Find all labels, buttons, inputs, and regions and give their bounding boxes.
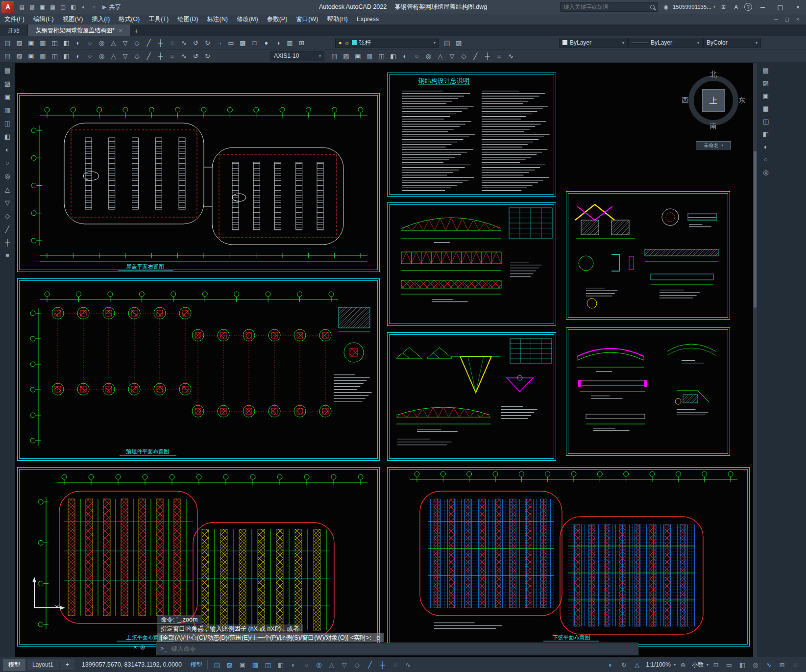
hatch-tool-icon[interactable]: ⊞ [296, 37, 307, 49]
maximize-button[interactable]: ▢ [773, 0, 787, 14]
menu-item[interactable]: 标注(N) [203, 14, 232, 25]
stretch-icon[interactable]: → [214, 37, 225, 49]
revision-cloud-icon[interactable]: ○ [1, 157, 13, 169]
lineweight-show-icon[interactable]: ○ [84, 50, 96, 62]
layer-off-icon[interactable]: ▤ [441, 37, 453, 49]
trim-icon[interactable]: ┼ [155, 37, 166, 49]
compass-south-label[interactable]: 南 [710, 122, 717, 131]
viewport-truss-elevations[interactable] [387, 202, 556, 326]
ortho-mode-icon[interactable]: ◫ [262, 659, 274, 670]
copy-object-icon[interactable]: ○ [84, 37, 96, 49]
ucs-named-icon[interactable]: ┼ [155, 50, 166, 62]
more-tools-icon[interactable]: ◎ [760, 167, 772, 178]
close-button[interactable]: × [791, 0, 805, 14]
minimize-button[interactable]: ─ [756, 0, 770, 14]
new-file-icon[interactable]: ▤ [17, 2, 26, 12]
transparency-icon[interactable]: ◎ [96, 50, 107, 62]
model-tab[interactable]: 模型 [3, 659, 25, 671]
search-icon[interactable] [650, 5, 655, 9]
doc-restore-button[interactable]: ▢ [782, 17, 791, 22]
line-icon[interactable]: ▤ [1, 65, 13, 76]
undo-icon[interactable]: ◧ [69, 2, 78, 12]
tab-close-icon[interactable]: × [119, 27, 122, 33]
account-button[interactable]: ◉ 15059991135... ▾ [661, 2, 715, 12]
text-tool-icon[interactable]: ◑ [272, 37, 284, 49]
search-input[interactable] [563, 4, 647, 10]
lock-ui-icon[interactable]: ◧ [736, 659, 748, 670]
new-tab-button[interactable]: + [130, 25, 142, 36]
compass-north-label[interactable]: 北 [710, 70, 717, 79]
spline-icon[interactable]: ◎ [1, 171, 13, 182]
dynamic-input-icon[interactable]: ◐ [73, 50, 84, 62]
polar-tracking-icon[interactable]: ▦ [37, 50, 49, 62]
gizmo-icon[interactable]: ∿ [402, 659, 414, 670]
layer-combo[interactable]: ● ☼ 弦杆 ▾ [335, 38, 439, 48]
menu-item[interactable]: 帮助(H) [322, 14, 352, 25]
snap-mode-icon[interactable]: ▨ [224, 659, 236, 670]
snap-settings-icon[interactable]: ◧ [61, 50, 72, 62]
text-icon[interactable]: ┼ [1, 237, 13, 248]
open-file-icon[interactable]: ▨ [27, 2, 37, 12]
app-logo-icon[interactable]: A [1, 1, 14, 13]
autodesk-a-icon[interactable]: A [732, 2, 741, 12]
ortho-mode-icon[interactable]: ▣ [25, 50, 37, 62]
copy-clip-icon[interactable]: ▣ [25, 37, 37, 49]
dim-break-icon[interactable]: ◎ [423, 50, 434, 62]
menu-item[interactable]: 编辑(E) [29, 14, 58, 25]
scale-icon[interactable]: ↻ [202, 37, 213, 49]
layout1-tab[interactable]: Layout1 [27, 659, 59, 670]
dynamic-ucs-icon[interactable]: ┼ [377, 659, 389, 670]
redraw-icon[interactable]: ∿ [178, 50, 190, 62]
named-views-icon[interactable]: ▽ [120, 50, 131, 62]
tab-drawing[interactable]: 某钢管桁架网球馆屋盖结构图* × [28, 25, 130, 36]
dimension-tool-icon[interactable]: ▥ [284, 37, 295, 49]
undo-small-icon[interactable]: ◫ [49, 37, 60, 49]
dim-radius-icon[interactable]: ▦ [364, 50, 375, 62]
workspace-gear-icon[interactable]: ⊛ [677, 659, 689, 670]
move-icon[interactable]: ◇ [131, 37, 143, 49]
view-name-box[interactable]: 未命名 ▾ [696, 141, 731, 149]
arc-icon[interactable]: ◧ [1, 131, 13, 142]
ucs-combo[interactable]: AXIS1-10 ▾ [270, 51, 324, 61]
3d-object-snap-icon[interactable]: ╱ [364, 659, 376, 670]
offset-icon[interactable]: △ [108, 37, 119, 49]
isometric-drafting-icon[interactable]: ◐ [288, 659, 299, 670]
save-icon[interactable]: ▣ [38, 2, 47, 12]
selection-cycling-icon[interactable]: ◇ [351, 659, 363, 670]
annotation-scale-icon[interactable]: △ [631, 659, 643, 670]
share-button[interactable]: ▶ 共享 [102, 3, 121, 11]
block-create-icon[interactable]: ≡ [493, 50, 505, 62]
chamfer-icon[interactable]: ↺ [190, 37, 201, 49]
auto-scale-icon[interactable]: ↻ [618, 659, 630, 670]
ucs-world-icon[interactable]: ╱ [143, 50, 154, 62]
dim-diameter-icon[interactable]: ◫ [376, 50, 387, 62]
units-value[interactable]: 小数 [690, 661, 705, 669]
infer-constraints-icon[interactable]: ▣ [237, 659, 248, 670]
mirror-icon[interactable]: ◎ [96, 37, 107, 49]
table-icon[interactable]: ╱ [1, 224, 13, 235]
object-snap-icon[interactable]: ◎ [313, 659, 325, 670]
polyline-icon[interactable]: ▣ [1, 91, 13, 102]
circle-icon[interactable]: ◐ [1, 144, 13, 155]
block-insert-icon[interactable]: ┼ [482, 50, 493, 62]
grid-toggle-icon[interactable]: ▨ [14, 50, 25, 62]
annotation-visibility-icon[interactable]: ◐ [605, 659, 616, 670]
viewport-node-details-1[interactable] [566, 191, 730, 320]
menu-item[interactable]: 格式(O) [114, 14, 144, 25]
snap-toggle-icon[interactable]: ▤ [2, 50, 13, 62]
tolerance-icon[interactable]: ◐ [399, 50, 411, 62]
menu-item[interactable]: 绘图(D) [173, 14, 202, 25]
isolate-objects-icon[interactable]: ◎ [750, 659, 761, 670]
add-layout-button[interactable]: + [60, 659, 74, 670]
menu-item[interactable]: Express [352, 14, 383, 25]
array-icon[interactable]: ▽ [120, 37, 131, 49]
redo-icon[interactable]: ◐ [79, 2, 88, 12]
compass-west-label[interactable]: 西 [682, 96, 688, 105]
viewports-icon[interactable]: ≡ [167, 50, 178, 62]
fillet-icon[interactable]: ∿ [178, 37, 190, 49]
dim-aligned-icon[interactable]: ▨ [341, 50, 352, 62]
lineweight-display-icon[interactable]: △ [326, 659, 338, 670]
command-customize-icon[interactable]: ⊛ [140, 644, 146, 651]
menu-item[interactable]: 文件(F) [0, 14, 29, 25]
polygon-icon[interactable]: ▦ [1, 104, 13, 116]
